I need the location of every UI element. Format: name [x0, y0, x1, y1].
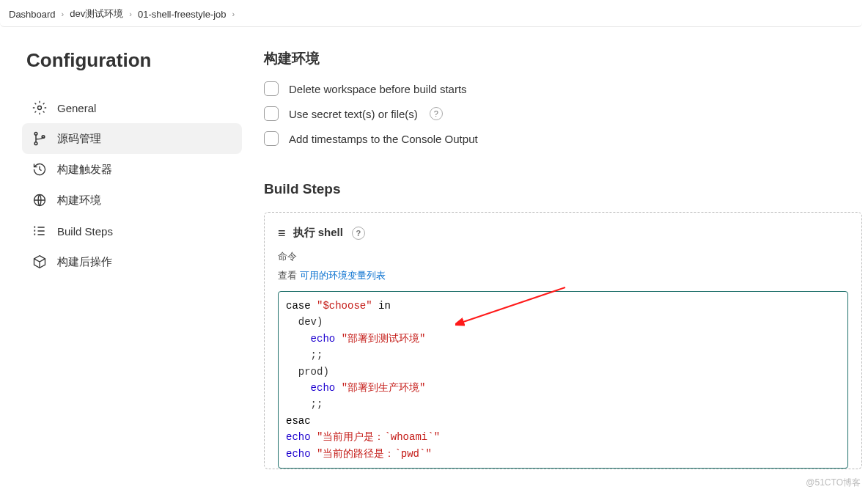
section-title-build-steps: Build Steps [264, 181, 862, 197]
chevron-right-icon: › [129, 10, 132, 18]
sidebar-item-scm[interactable]: 源码管理 [22, 123, 242, 154]
watermark: @51CTO博客 [806, 477, 861, 489]
step-title: 执行 shell [293, 226, 343, 240]
chevron-right-icon: › [62, 10, 65, 18]
section-title-build-env: 构建环境 [264, 49, 862, 68]
breadcrumb-item[interactable]: Dashboard [9, 9, 56, 20]
breadcrumb: Dashboard › dev测试环境 › 01-shell-freestyle… [0, 1, 862, 27]
gear-icon [32, 100, 47, 115]
step-header: ≡ 执行 shell ? [278, 226, 848, 240]
main-content: 构建环境 Delete workspace before build start… [264, 49, 868, 469]
sidebar: Configuration General 源码管理 构建触发器 构建环境 Bu… [22, 49, 242, 469]
globe-icon [32, 193, 47, 208]
list-icon [32, 224, 47, 238]
sidebar-item-label: 构建后操作 [57, 255, 112, 269]
checkbox-delete-workspace[interactable] [264, 81, 279, 96]
env-vars-link[interactable]: 可用的环境变量列表 [300, 270, 386, 281]
sidebar-item-label: 构建触发器 [57, 163, 112, 177]
history-icon [32, 162, 47, 177]
checkbox-row: Use secret text(s) or file(s) ? [264, 106, 862, 121]
sidebar-item-post-build[interactable]: 构建后操作 [22, 246, 242, 277]
checkbox-row: Add timestamps to the Console Output [264, 131, 862, 146]
sidebar-item-build-steps[interactable]: Build Steps [22, 216, 242, 246]
env-vars-hint: 查看 可用的环境变量列表 [278, 269, 848, 282]
sidebar-item-triggers[interactable]: 构建触发器 [22, 154, 242, 185]
checkbox-timestamps[interactable] [264, 131, 279, 146]
build-step-card: ≡ 执行 shell ? 命令 查看 可用的环境变量列表 case "$choo… [264, 212, 862, 469]
checkbox-secret-text[interactable] [264, 106, 279, 121]
shell-command-input[interactable]: case "$choose" in dev) echo "部署到测试环境" ;;… [278, 291, 848, 469]
command-label: 命令 [278, 250, 848, 263]
svg-point-2 [34, 142, 37, 145]
sidebar-item-label: 源码管理 [57, 132, 101, 146]
help-icon[interactable]: ? [352, 227, 365, 240]
checkbox-row: Delete workspace before build starts [264, 81, 862, 96]
svg-point-1 [34, 133, 37, 136]
breadcrumb-item[interactable]: dev测试环境 [70, 7, 123, 21]
package-icon [32, 254, 47, 269]
page-title: Configuration [22, 49, 242, 72]
checkbox-label: Add timestamps to the Console Output [289, 133, 478, 145]
chevron-right-icon: › [232, 10, 235, 18]
sidebar-item-label: General [57, 102, 96, 114]
drag-handle-icon[interactable]: ≡ [278, 227, 286, 240]
sidebar-item-general[interactable]: General [22, 92, 242, 123]
checkbox-label: Delete workspace before build starts [289, 83, 467, 95]
sidebar-item-build-env[interactable]: 构建环境 [22, 185, 242, 216]
svg-point-0 [38, 106, 42, 110]
sidebar-item-label: 构建环境 [57, 194, 101, 208]
help-icon[interactable]: ? [430, 107, 443, 120]
breadcrumb-item[interactable]: 01-shell-freestyle-job [138, 9, 227, 20]
sidebar-item-label: Build Steps [57, 225, 113, 238]
branch-icon [32, 131, 47, 146]
checkbox-label: Use secret text(s) or file(s) [289, 108, 418, 120]
